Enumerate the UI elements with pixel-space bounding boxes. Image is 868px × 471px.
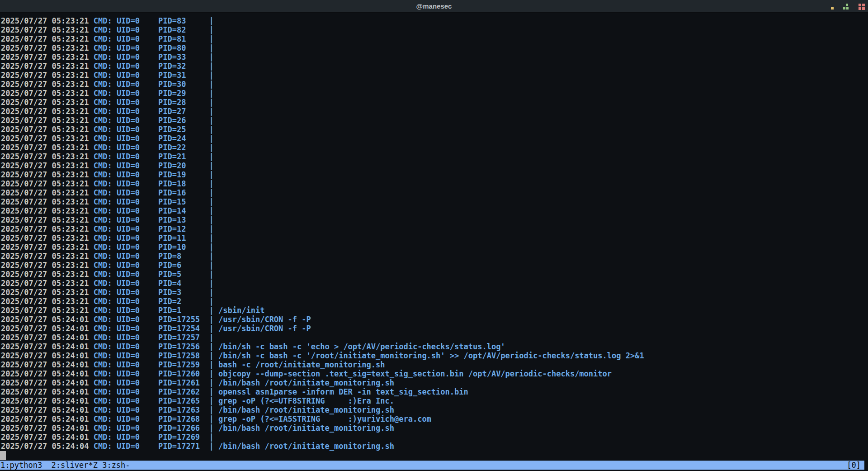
log-line: 2025/07/27 05:23:21 CMD: UID=0 PID=29 | (1, 89, 868, 98)
log-line: 2025/07/27 05:23:21 CMD: UID=0 PID=8 | (1, 252, 868, 261)
log-command: CMD: UID=0 PID=17259 | bash -c /root/ini… (94, 360, 385, 369)
log-command: CMD: UID=0 PID=8 | (94, 252, 218, 261)
log-command: CMD: UID=0 PID=17269 | (94, 433, 218, 442)
log-timestamp: 2025/07/27 05:23:21 (1, 170, 94, 179)
log-command: CMD: UID=0 PID=30 | (94, 80, 218, 89)
log-line: 2025/07/27 05:23:21 CMD: UID=0 PID=20 | (1, 161, 868, 170)
log-timestamp: 2025/07/27 05:23:21 (1, 134, 94, 143)
log-command: CMD: UID=0 PID=17254 | /usr/sbin/CRON -f… (94, 324, 311, 333)
window-titlebar[interactable]: @manesec (0, 0, 868, 13)
log-line: 2025/07/27 05:24:01 CMD: UID=0 PID=17269… (1, 433, 868, 442)
log-command: CMD: UID=0 PID=29 | (94, 89, 218, 98)
log-timestamp: 2025/07/27 05:24:01 (1, 396, 94, 405)
log-timestamp: 2025/07/27 05:24:01 (1, 405, 94, 414)
log-line: 2025/07/27 05:24:01 CMD: UID=0 PID=17263… (1, 405, 868, 414)
log-timestamp: 2025/07/27 05:24:01 (1, 387, 94, 396)
log-command: CMD: UID=0 PID=17260 | objcopy --dump-se… (94, 369, 612, 378)
log-command: CMD: UID=0 PID=81 | (94, 34, 218, 43)
log-command: CMD: UID=0 PID=19 | (94, 170, 218, 179)
log-command: CMD: UID=0 PID=83 | (94, 16, 218, 25)
log-timestamp: 2025/07/27 05:24:04 (1, 442, 94, 451)
log-line: 2025/07/27 05:23:21 CMD: UID=0 PID=10 | (1, 243, 868, 252)
log-timestamp: 2025/07/27 05:23:21 (1, 252, 94, 261)
log-timestamp: 2025/07/27 05:23:21 (1, 25, 94, 34)
log-command: CMD: UID=0 PID=6 | (94, 261, 218, 270)
log-timestamp: 2025/07/27 05:23:21 (1, 62, 94, 71)
log-line: 2025/07/27 05:23:21 CMD: UID=0 PID=24 | (1, 134, 868, 143)
log-line: 2025/07/27 05:23:21 CMD: UID=0 PID=22 | (1, 143, 868, 152)
log-command: CMD: UID=0 PID=17271 | /bin/bash /root/i… (94, 442, 394, 451)
log-command: CMD: UID=0 PID=32 | (94, 62, 218, 71)
tmux-window-list[interactable]: 1:python3 2:sliver*Z 3:zsh- (0, 461, 130, 470)
log-line: 2025/07/27 05:24:01 CMD: UID=0 PID=17257… (1, 333, 868, 342)
log-line: 2025/07/27 05:23:21 CMD: UID=0 PID=25 | (1, 125, 868, 134)
log-line: 2025/07/27 05:24:01 CMD: UID=0 PID=17265… (1, 396, 868, 405)
log-command: CMD: UID=0 PID=21 | (94, 152, 218, 161)
log-command: CMD: UID=0 PID=2 | (94, 297, 218, 306)
log-line: 2025/07/27 05:23:21 CMD: UID=0 PID=31 | (1, 71, 868, 80)
log-command: CMD: UID=0 PID=28 | (94, 98, 218, 107)
log-line: 2025/07/27 05:23:21 CMD: UID=0 PID=1 | /… (1, 306, 868, 315)
minimize-dot-icon (831, 7, 834, 10)
scrollbar-thumb[interactable] (0, 451, 6, 460)
log-line: 2025/07/27 05:24:01 CMD: UID=0 PID=17255… (1, 315, 868, 324)
log-timestamp: 2025/07/27 05:23:21 (1, 179, 94, 188)
log-line: 2025/07/27 05:23:21 CMD: UID=0 PID=26 | (1, 116, 868, 125)
log-line: 2025/07/27 05:23:21 CMD: UID=0 PID=18 | (1, 179, 868, 188)
log-line: 2025/07/27 05:24:01 CMD: UID=0 PID=17256… (1, 342, 868, 351)
log-timestamp: 2025/07/27 05:23:21 (1, 43, 94, 52)
log-timestamp: 2025/07/27 05:23:21 (1, 270, 94, 279)
log-command: CMD: UID=0 PID=12 | (94, 224, 218, 233)
log-line: 2025/07/27 05:23:21 CMD: UID=0 PID=12 | (1, 224, 868, 233)
log-command: CMD: UID=0 PID=22 | (94, 143, 218, 152)
log-command: CMD: UID=0 PID=4 | (94, 279, 218, 288)
log-timestamp: 2025/07/27 05:23:21 (1, 125, 94, 134)
log-timestamp: 2025/07/27 05:23:21 (1, 233, 94, 243)
log-timestamp: 2025/07/27 05:23:21 (1, 161, 94, 170)
log-timestamp: 2025/07/27 05:23:21 (1, 243, 94, 252)
log-timestamp: 2025/07/27 05:24:01 (1, 315, 94, 324)
log-line: 2025/07/27 05:23:21 CMD: UID=0 PID=28 | (1, 98, 868, 107)
log-timestamp: 2025/07/27 05:23:21 (1, 143, 94, 152)
log-line: 2025/07/27 05:23:21 CMD: UID=0 PID=15 | (1, 197, 868, 206)
log-line: 2025/07/27 05:24:01 CMD: UID=0 PID=17268… (1, 414, 868, 423)
log-command: CMD: UID=0 PID=10 | (94, 243, 218, 252)
terminal-output[interactable]: 2025/07/27 05:23:21 CMD: UID=0 PID=83 | … (0, 13, 868, 451)
log-line: 2025/07/27 05:23:21 CMD: UID=0 PID=21 | (1, 152, 868, 161)
log-line: 2025/07/27 05:23:21 CMD: UID=0 PID=13 | (1, 215, 868, 224)
log-line: 2025/07/27 05:23:21 CMD: UID=0 PID=3 | (1, 288, 868, 297)
log-line: 2025/07/27 05:23:21 CMD: UID=0 PID=27 | (1, 107, 868, 116)
log-timestamp: 2025/07/27 05:23:21 (1, 89, 94, 98)
log-command: CMD: UID=0 PID=11 | (94, 233, 218, 243)
log-line: 2025/07/27 05:23:21 CMD: UID=0 PID=4 | (1, 279, 868, 288)
log-command: CMD: UID=0 PID=31 | (94, 71, 218, 80)
restore-dot-icon (846, 4, 848, 6)
log-timestamp: 2025/07/27 05:23:21 (1, 188, 94, 197)
log-timestamp: 2025/07/27 05:23:21 (1, 52, 94, 62)
log-command: CMD: UID=0 PID=5 | (94, 270, 218, 279)
log-command: CMD: UID=0 PID=17265 | grep -oP (?<=UTF8… (94, 396, 394, 405)
log-timestamp: 2025/07/27 05:23:21 (1, 197, 94, 206)
log-command: CMD: UID=0 PID=17255 | /usr/sbin/CRON -f… (94, 315, 311, 324)
log-line: 2025/07/27 05:23:21 CMD: UID=0 PID=82 | (1, 25, 868, 34)
close-dot-icon (862, 4, 865, 6)
tmux-statusbar: 1:python3 2:sliver*Z 3:zsh- [0] (0, 461, 864, 470)
log-timestamp: 2025/07/27 05:23:21 (1, 206, 94, 215)
log-command: CMD: UID=0 PID=17262 | openssl asn1parse… (94, 387, 468, 396)
log-line: 2025/07/27 05:23:21 CMD: UID=0 PID=16 | (1, 188, 868, 197)
log-timestamp: 2025/07/27 05:24:01 (1, 378, 94, 387)
close-dot-icon (862, 7, 865, 10)
log-command: CMD: UID=0 PID=26 | (94, 116, 218, 125)
log-command: CMD: UID=0 PID=82 | (94, 25, 218, 34)
log-timestamp: 2025/07/27 05:23:21 (1, 261, 94, 270)
log-line: 2025/07/27 05:24:04 CMD: UID=0 PID=17271… (1, 442, 868, 451)
log-line: 2025/07/27 05:24:01 CMD: UID=0 PID=17260… (1, 369, 868, 378)
log-timestamp: 2025/07/27 05:23:21 (1, 16, 94, 25)
log-command: CMD: UID=0 PID=17266 | /bin/bash /root/i… (94, 423, 394, 433)
log-timestamp: 2025/07/27 05:23:21 (1, 215, 94, 224)
log-line: 2025/07/27 05:24:01 CMD: UID=0 PID=17266… (1, 423, 868, 433)
log-command: CMD: UID=0 PID=18 | (94, 179, 218, 188)
close-dot-icon (859, 7, 861, 10)
log-command: CMD: UID=0 PID=24 | (94, 134, 218, 143)
restore-dot-icon (846, 7, 849, 10)
